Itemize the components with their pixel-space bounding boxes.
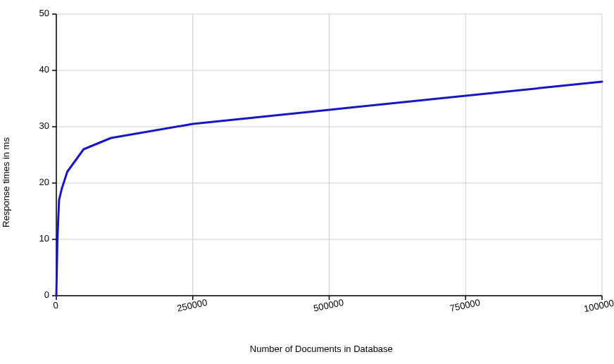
x-tick-label: 0 <box>52 300 59 311</box>
y-tick-label: 40 <box>39 64 49 75</box>
line-chart: 0250000500000750000100000001020304050 <box>0 0 614 364</box>
y-tick-label: 20 <box>39 177 49 187</box>
x-tick-label: 500000 <box>313 297 345 314</box>
y-tick-label: 50 <box>39 8 49 18</box>
x-tick-label: 1000000 <box>583 296 614 314</box>
y-tick-label: 10 <box>39 233 49 244</box>
chart-container: Response times in ms Number of Documents… <box>0 0 614 364</box>
y-tick-label: 0 <box>44 289 49 300</box>
x-tick-label: 250000 <box>176 297 208 314</box>
y-tick-label: 30 <box>39 120 49 131</box>
x-tick-label: 750000 <box>449 297 482 314</box>
